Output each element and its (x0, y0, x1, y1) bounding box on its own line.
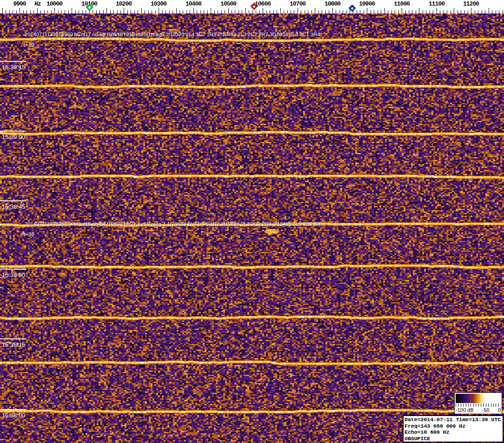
db-colorbar: -100 dB -50 0 (454, 392, 502, 414)
time-label: 15:39:00 (2, 133, 26, 140)
freq-label: 11200 (463, 0, 479, 7)
marker-core (351, 7, 353, 10)
info-date-line: Date=2014-07-11 Time=13:39 UTC (405, 417, 502, 423)
freq-label: 10800 (325, 0, 340, 7)
colorbar-ticks (456, 403, 501, 407)
time-label: 15:38:45 (2, 203, 26, 210)
event-time-offset: ^t+38 (21, 231, 34, 237)
marker-core (252, 5, 255, 8)
freq-label: 10700 (290, 0, 305, 7)
colorbar-gradient (456, 394, 501, 403)
freq-label: 9900 (13, 0, 26, 7)
time-tick (0, 338, 26, 339)
spectrogram-canvas (0, 13, 504, 443)
freq-label: Hz (34, 0, 41, 7)
time-tick (0, 131, 26, 132)
meteor-event-annotation: 20140711133919960 hCnt17 nb-69 f10519 hi… (25, 32, 320, 37)
frequency-ruler: 9900Hz1000010100102001030010400105001060… (0, 0, 504, 13)
time-label: 15:38:15 (2, 341, 26, 348)
time-tick (0, 61, 26, 62)
freq-label: 10400 (186, 0, 201, 7)
colorbar-label-mid: -50 (482, 407, 490, 414)
info-station-line: OBSUPICE (405, 436, 502, 442)
info-echo-line: Echo=10 600 Hz (405, 429, 502, 436)
time-tick (0, 409, 26, 410)
time-label: 15:38:30 (2, 271, 26, 278)
freq-label: 10900 (359, 0, 375, 7)
freq-label: 11000 (394, 0, 410, 7)
event-data-line: 20140711133838864 hCnt16 nb-84 f10633 hi… (25, 221, 324, 227)
time-tick (0, 269, 26, 270)
spectrogram-window: 9900Hz1000010100102001030010400105001060… (0, 0, 504, 443)
freq-label: 10300 (151, 0, 166, 7)
freq-label: 10000 (46, 0, 62, 7)
freq-label: 11100 (429, 0, 444, 7)
freq-label: 10500 (220, 0, 236, 7)
freq-label: 10200 (116, 0, 132, 7)
info-freq-line: Freq=143 050 000 Hz (405, 423, 502, 430)
meteor-event-annotation: 20140711133838864 hCnt16 nb-84 f10633 hi… (25, 221, 324, 227)
time-label: 15:38:00 (2, 412, 26, 419)
time-label: 15:39:15 (2, 64, 26, 71)
time-tick (0, 200, 26, 201)
event-data-line: 20140711133919960 hCnt17 nb-69 f10519 hi… (25, 32, 320, 37)
colorbar-label-max: 0 (498, 407, 501, 414)
marker-core (88, 6, 91, 9)
colorbar-label-min: -100 dB (456, 407, 474, 414)
colorbar-labels: -100 dB -50 0 (456, 407, 501, 414)
station-info-panel: Date=2014-07-11 Time=13:39 UTC Freq=143 … (403, 415, 504, 443)
event-time-offset: ^t+19 (21, 42, 34, 47)
